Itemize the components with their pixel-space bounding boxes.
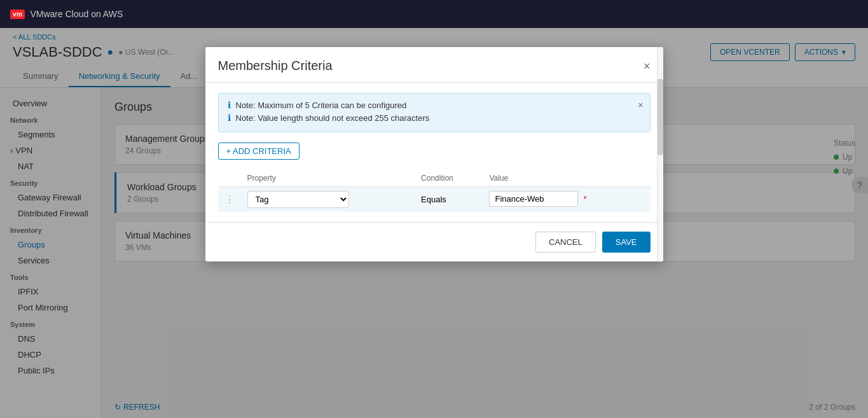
info-banner-close-button[interactable]: × [638,100,643,110]
criteria-table-body: ⋮ Tag VM Name Computer Name OS Name [218,187,651,212]
info-line-1: ℹ Note: Maximum of 5 Criteria can be con… [228,100,641,110]
drag-handle-cell: ⋮ [218,187,241,212]
membership-criteria-modal: Membership Criteria × ℹ Note: Maximum of… [205,47,663,261]
modal-header: Membership Criteria × [205,47,663,83]
property-select[interactable]: Tag VM Name Computer Name OS Name [247,191,349,208]
modal-scrollbar[interactable] [657,47,663,261]
cancel-button[interactable]: CANCEL [535,232,596,253]
criteria-table: Property Condition Value ⋮ T [218,170,651,212]
property-cell: Tag VM Name Computer Name OS Name [241,187,415,212]
modal-overlay: Membership Criteria × ℹ Note: Maximum of… [0,28,868,418]
save-button[interactable]: SAVE [602,232,651,253]
modal-scrollbar-thumb [658,79,663,155]
condition-text: Equals [421,195,446,204]
required-star: * [583,194,586,204]
info-icon-1: ℹ [228,100,231,110]
info-line-2: ℹ Note: Value length should not exceed 2… [228,113,641,123]
modal-title: Membership Criteria [218,59,333,73]
col-drag [218,170,241,187]
vmware-logo: vm [10,10,25,19]
condition-cell: Equals [415,187,483,212]
col-value: Value [483,170,650,187]
topbar-title: VMware Cloud on AWS [30,9,123,19]
modal-body: ℹ Note: Maximum of 5 Criteria can be con… [205,83,663,222]
topbar-logo: vm VMware Cloud on AWS [10,9,123,19]
info-text-2: Note: Value length should not exceed 255… [236,113,430,123]
info-icon-2: ℹ [228,113,231,123]
col-property: Property [241,170,415,187]
col-condition: Condition [415,170,483,187]
info-banner: ℹ Note: Maximum of 5 Criteria can be con… [218,93,651,132]
criteria-header-row: Property Condition Value [218,170,651,187]
criteria-table-header: Property Condition Value [218,170,651,187]
value-input[interactable] [489,191,578,207]
value-cell: * [483,187,650,211]
drag-handle-icon[interactable]: ⋮ [224,194,235,205]
info-text-1: Note: Maximum of 5 Criteria can be confi… [236,101,407,110]
topbar: vm VMware Cloud on AWS [0,0,868,28]
modal-footer: CANCEL SAVE [205,222,663,261]
table-row: ⋮ Tag VM Name Computer Name OS Name [218,187,651,212]
main-bg: < ALL SDDCs VSLAB-SDDC ● ● US West (Or..… [0,28,868,418]
modal-close-button[interactable]: × [644,60,651,72]
add-criteria-button[interactable]: + ADD CRITERIA [218,143,300,160]
